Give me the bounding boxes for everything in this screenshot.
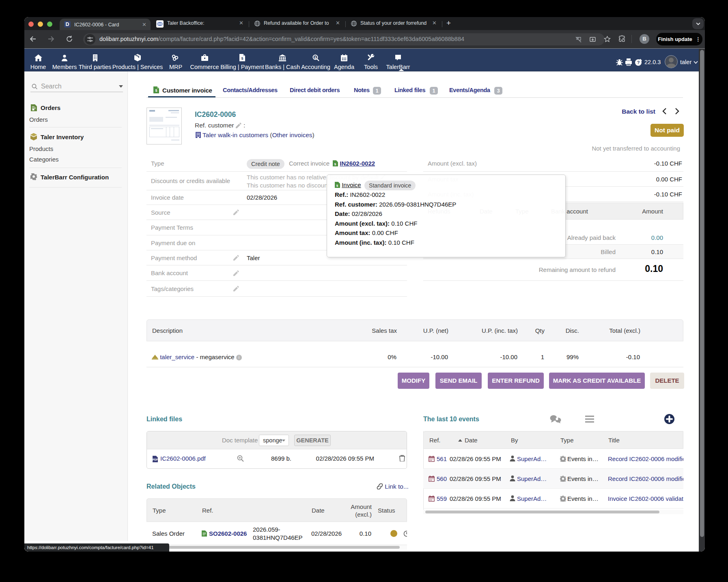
svg-text:$: $ [314,55,316,59]
svg-text:$: $ [241,56,243,60]
svg-text:$: $ [155,88,157,93]
svg-text:?: ? [637,60,640,65]
svg-text:$: $ [334,162,336,166]
svg-text:$: $ [336,184,338,188]
svg-text:PDF: PDF [153,458,158,461]
